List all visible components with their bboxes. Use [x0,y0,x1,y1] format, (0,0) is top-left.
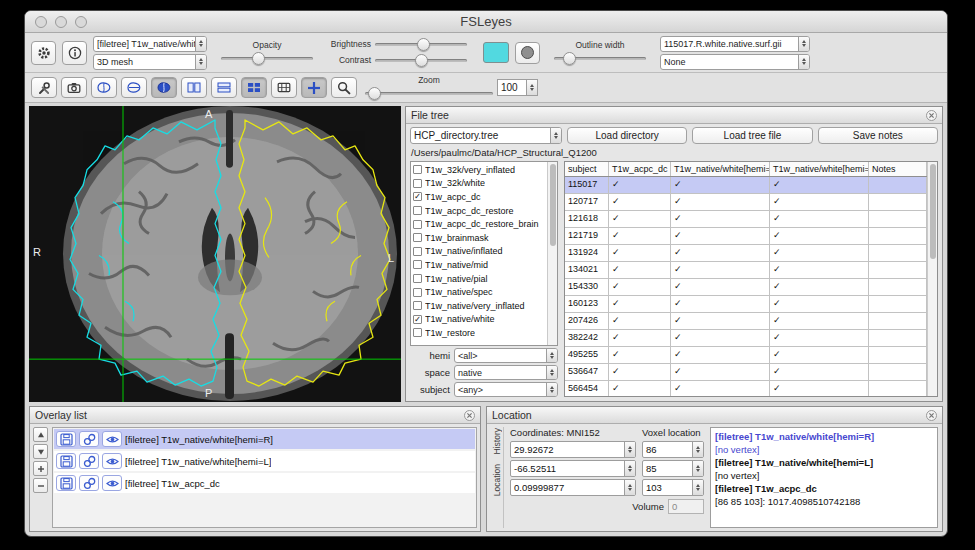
voxel-y-field[interactable]: 85 [642,460,704,477]
file-type-item[interactable]: ✓T1w_acpc_dc [411,190,547,204]
world-x-field[interactable]: 29.92672 [510,441,636,458]
axial-slice-canvas[interactable]: R L A P [29,106,401,402]
notes-cell[interactable] [869,194,927,210]
file-type-checkbox[interactable] [413,233,422,242]
notes-cell[interactable] [869,245,927,261]
file-type-checkbox[interactable] [413,288,422,297]
variable-select[interactable]: <any> [454,382,558,397]
column-header[interactable]: Notes [869,162,927,176]
table-row[interactable]: 536647✓✓✓ [565,364,927,381]
voxel-x-field[interactable]: 86 [642,441,704,458]
file-type-scrollbar[interactable] [547,162,557,345]
axial-canvas-toggle[interactable] [151,77,177,98]
panel-close-button[interactable] [464,410,475,421]
tab-location[interactable]: Location [492,464,502,496]
volume-field[interactable]: 0 [668,499,704,514]
file-type-checkbox[interactable] [413,274,422,283]
file-type-item[interactable]: T1w_native/inflated [411,245,547,259]
file-type-checkbox[interactable] [413,179,422,188]
overlay-type-select[interactable]: 3D mesh [93,54,207,70]
coronal-canvas-toggle[interactable] [121,77,147,98]
sagittal-canvas-toggle[interactable] [91,77,117,98]
file-type-item[interactable]: ✓T1w_native/white [411,313,547,327]
world-z-field[interactable]: 0.09999877 [510,479,636,496]
minimize-button[interactable] [55,16,67,28]
file-type-item[interactable]: T1w_32k/white [411,177,547,191]
table-row[interactable]: 566454✓✓✓ [565,381,927,396]
file-type-item[interactable]: T1w_native/pial [411,272,547,286]
file-type-checkbox[interactable]: ✓ [413,315,422,324]
overlay-link-button[interactable] [79,453,99,469]
stepper-icon[interactable] [546,349,557,362]
slider-thumb[interactable] [563,52,576,65]
vertex-colour-button[interactable] [515,42,540,64]
file-type-item[interactable]: T1w_acpc_dc_restore_brain [411,217,547,231]
stepper-icon[interactable] [624,480,635,495]
table-row[interactable]: 120717✓✓✓ [565,194,927,211]
overlay-list-item[interactable]: [filetree] T1w_native/white[hemi=R] [54,429,475,449]
outline-width-slider[interactable] [554,51,646,66]
overlay-list-item[interactable]: [filetree] T1w_native/white[hemi=L] [54,451,475,471]
notes-cell[interactable] [869,313,927,329]
variable-select[interactable]: native [454,365,558,380]
file-type-item[interactable]: T1w_restore [411,326,547,340]
file-type-item[interactable]: T1w_native/mid [411,258,547,272]
file-type-item[interactable]: T1w_native/very_inflated [411,299,547,313]
file-type-checkbox[interactable] [413,328,422,337]
table-row[interactable]: 134021✓✓✓ [565,262,927,279]
overlay-add-button[interactable] [33,461,48,476]
zoom-value[interactable]: 100 [497,79,527,96]
notes-cell[interactable] [869,296,927,312]
notes-cell[interactable] [869,177,927,193]
vertex-file-select[interactable]: 115017.R.white.native.surf.gii [660,36,810,52]
panel-close-button[interactable] [926,410,937,421]
file-type-checkbox[interactable] [413,165,422,174]
overlay-link-button[interactable] [79,475,99,491]
screenshot-button[interactable] [61,77,87,98]
stepper-icon[interactable] [527,79,538,96]
file-type-item[interactable]: T1w_native/spec [411,285,547,299]
file-type-list[interactable]: T1w_32k/very_inflatedT1w_32k/white✓T1w_a… [411,162,547,345]
voxel-z-field[interactable]: 103 [642,479,704,496]
subject-table[interactable]: subject T1w_acpc_dc T1w_native/white[hem… [565,162,927,396]
table-row[interactable]: 207426✓✓✓ [565,313,927,330]
scrollbar-thumb[interactable] [930,164,936,259]
overlay-settings-button[interactable] [31,41,56,65]
overlay-name-select[interactable]: [filetree] T1w_native/whit [93,36,207,52]
stepper-icon[interactable] [624,442,635,457]
layout-horizontal-button[interactable] [181,77,207,98]
overlay-up-button[interactable] [33,427,48,442]
stepper-icon[interactable] [546,383,557,396]
scrollbar-thumb[interactable] [550,164,556,246]
overlay-visibility-button[interactable] [102,475,122,491]
notes-cell[interactable] [869,381,927,396]
file-type-checkbox[interactable] [413,220,422,229]
overlay-visibility-button[interactable] [102,453,122,469]
zoom-slider[interactable] [365,86,493,101]
titlebar[interactable]: FSLeyes [25,11,947,33]
table-row[interactable]: 154330✓✓✓ [565,279,927,296]
zoom-spinbox[interactable]: 100 [497,79,538,96]
variable-select[interactable]: <all> [454,348,558,363]
stepper-icon[interactable] [692,461,703,476]
overlay-visibility-button[interactable] [102,431,122,447]
layout-vertical-button[interactable] [211,77,237,98]
table-row[interactable]: 131924✓✓✓ [565,245,927,262]
notes-cell[interactable] [869,262,927,278]
save-notes-button[interactable]: Save notes [818,127,938,144]
notes-cell[interactable] [869,330,927,346]
column-header[interactable]: subject [565,162,609,176]
slider-thumb[interactable] [368,87,381,100]
table-row[interactable]: 382242✓✓✓ [565,330,927,347]
panel-close-button[interactable] [926,110,937,121]
stepper-icon[interactable] [546,366,557,379]
file-type-item[interactable]: T1w_32k/very_inflated [411,163,547,177]
notes-cell[interactable] [869,364,927,380]
overlay-link-button[interactable] [79,431,99,447]
file-type-checkbox[interactable] [413,206,422,215]
file-type-checkbox[interactable] [413,301,422,310]
overlay-down-button[interactable] [33,444,48,459]
file-type-item[interactable]: T1w_brainmask [411,231,547,245]
table-row[interactable]: 121618✓✓✓ [565,211,927,228]
overlay-save-button[interactable] [56,453,76,469]
